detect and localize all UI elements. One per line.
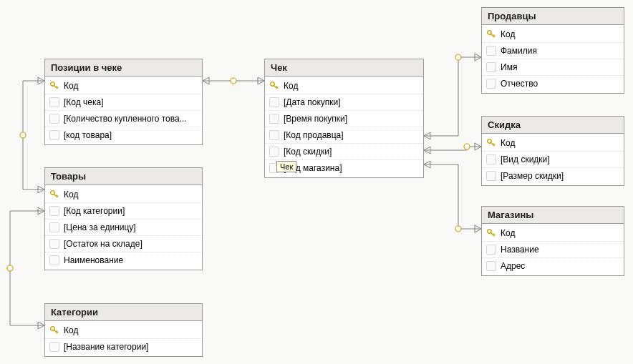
field-row[interactable]: [Название категории]: [45, 338, 202, 355]
field-label: Код: [284, 81, 419, 91]
table-categories[interactable]: Категории Код[Название категории]: [44, 303, 203, 357]
primary-key-icon: [49, 325, 59, 335]
field-icon: [49, 255, 59, 265]
svg-point-5: [455, 226, 461, 232]
field-label: Код: [501, 138, 619, 148]
svg-point-4: [464, 144, 470, 149]
field-label: Имя: [501, 62, 619, 72]
field-row[interactable]: [Дата покупки]: [265, 94, 423, 110]
field-row[interactable]: Имя: [482, 59, 624, 75]
field-label: Наименование: [64, 255, 198, 265]
table-title[interactable]: Чек: [265, 59, 423, 77]
field-row[interactable]: Отчество: [482, 75, 624, 92]
table-fields: КодНазваниеАдрес: [482, 224, 624, 275]
field-label: [Код магазина]: [284, 163, 419, 173]
primary-key-icon: [49, 81, 59, 91]
field-row[interactable]: [Количество купленного това...: [45, 110, 202, 127]
field-icon: [49, 206, 59, 216]
field-icon: [49, 97, 59, 107]
table-title[interactable]: Товары: [45, 168, 202, 185]
svg-point-2: [7, 265, 13, 271]
field-row[interactable]: Наименование: [45, 252, 202, 268]
table-sellers[interactable]: Продавцы КодФамилияИмяОтчество: [481, 7, 624, 94]
field-row[interactable]: [Время покупки]: [265, 110, 423, 127]
field-icon: [49, 222, 59, 232]
field-row[interactable]: [Вид скидки]: [482, 151, 624, 167]
table-title[interactable]: Магазины: [482, 207, 624, 224]
field-icon: [486, 62, 496, 72]
primary-key-icon: [49, 190, 59, 200]
field-row[interactable]: Код: [265, 78, 423, 94]
field-label: [Код категории]: [64, 206, 198, 216]
field-icon: [269, 147, 279, 157]
svg-point-3: [455, 54, 461, 60]
field-label: [Название категории]: [64, 342, 198, 352]
table-fields: КодФамилияИмяОтчество: [482, 25, 624, 93]
field-label: Адрес: [501, 261, 619, 271]
table-check[interactable]: Чек Код[Дата покупки][Время покупки][Код…: [264, 59, 424, 178]
field-label: Отчество: [501, 79, 619, 89]
field-icon: [486, 171, 496, 181]
field-icon: [49, 114, 59, 124]
table-shops[interactable]: Магазины КодНазваниеАдрес: [481, 206, 624, 276]
field-row[interactable]: Код: [482, 135, 624, 151]
field-label: [Вид скидки]: [501, 154, 619, 164]
field-label: [Количество купленного това...: [64, 114, 198, 124]
field-row[interactable]: Код: [482, 225, 624, 241]
field-row[interactable]: [Размер скидки]: [482, 167, 624, 184]
field-label: [код товара]: [64, 130, 198, 140]
field-label: [Дата покупки]: [284, 97, 419, 107]
field-icon: [49, 342, 59, 352]
table-fields: Код[Название категории]: [45, 321, 202, 356]
table-positions[interactable]: Позиции в чеке Код[Код чека][Количество …: [44, 59, 203, 145]
field-icon: [486, 46, 496, 56]
field-label: [Цена за единицу]: [64, 222, 198, 232]
field-row[interactable]: Код: [482, 26, 624, 42]
svg-point-0: [231, 78, 236, 84]
field-label: [Размер скидки]: [501, 171, 619, 181]
field-row[interactable]: [Код продавца]: [265, 127, 423, 143]
field-icon: [49, 130, 59, 140]
table-fields: Код[Код чека][Количество купленного това…: [45, 77, 202, 144]
tooltip: Чек: [276, 161, 296, 172]
table-title[interactable]: Позиции в чеке: [45, 59, 202, 77]
field-icon: [269, 114, 279, 124]
field-row[interactable]: [Код чека]: [45, 94, 202, 110]
field-label: Название: [501, 245, 619, 255]
field-icon: [486, 245, 496, 255]
table-title[interactable]: Продавцы: [482, 8, 624, 25]
field-row[interactable]: Название: [482, 241, 624, 257]
field-icon: [49, 239, 59, 249]
field-row[interactable]: Адрес: [482, 257, 624, 274]
field-row[interactable]: Фамилия: [482, 42, 624, 59]
field-icon: [269, 97, 279, 107]
table-fields: Код[Код категории][Цена за единицу][Оста…: [45, 185, 202, 270]
field-label: Код: [64, 81, 198, 91]
primary-key-icon: [486, 29, 496, 39]
table-goods[interactable]: Товары Код[Код категории][Цена за единиц…: [44, 167, 203, 270]
table-discount[interactable]: Скидка Код[Вид скидки][Размер скидки]: [481, 116, 624, 186]
field-row[interactable]: [Цена за единицу]: [45, 219, 202, 235]
field-label: [Код продавца]: [284, 130, 419, 140]
field-label: Код: [64, 190, 198, 200]
field-label: Код: [501, 29, 619, 39]
field-icon: [486, 79, 496, 89]
table-fields: Код[Вид скидки][Размер скидки]: [482, 134, 624, 185]
field-label: [Остаток на складе]: [64, 239, 198, 249]
primary-key-icon: [269, 81, 279, 91]
field-row[interactable]: Код: [45, 187, 202, 202]
field-label: Фамилия: [501, 46, 619, 56]
field-row[interactable]: [Код скидки]: [265, 143, 423, 159]
primary-key-icon: [486, 228, 496, 238]
table-title[interactable]: Скидка: [482, 117, 624, 134]
field-icon: [486, 261, 496, 271]
table-title[interactable]: Категории: [45, 304, 202, 321]
field-row[interactable]: [Остаток на складе]: [45, 235, 202, 252]
field-row[interactable]: Код: [45, 78, 202, 94]
field-row[interactable]: [Код категории]: [45, 202, 202, 219]
field-label: [Код чека]: [64, 97, 198, 107]
field-row[interactable]: [код товара]: [45, 127, 202, 143]
field-icon: [486, 154, 496, 164]
field-row[interactable]: Код: [45, 323, 202, 338]
field-label: Код: [501, 228, 619, 238]
